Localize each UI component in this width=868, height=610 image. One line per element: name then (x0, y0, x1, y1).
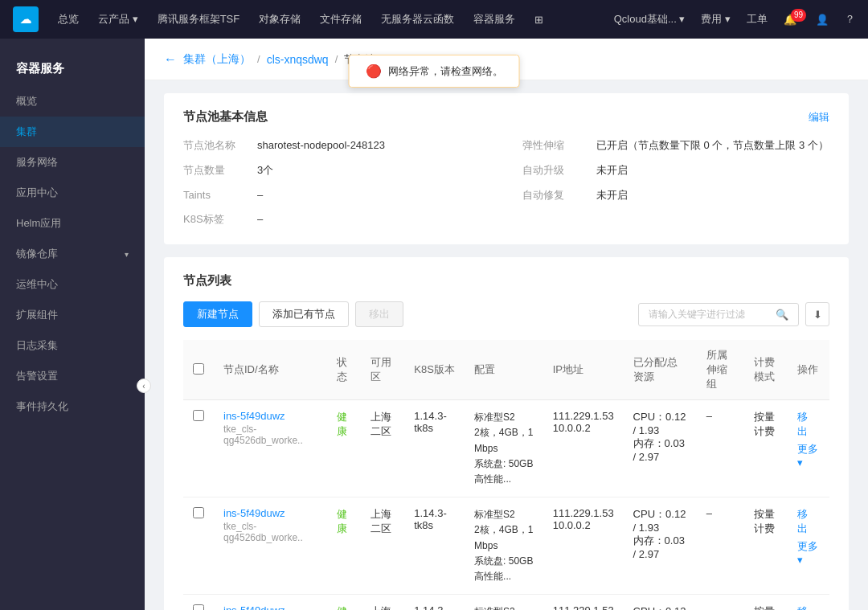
sidebar-item-helm[interactable]: Helm应用 (0, 208, 145, 239)
nav-scf[interactable]: 无服务器云函数 (381, 12, 454, 27)
node-sub-1: tke_cls-qg4526db_worke.. (223, 521, 317, 543)
sidebar-item-extensions[interactable]: 扩展组件 (0, 300, 145, 330)
value-auto-repair: 未开启 (596, 187, 628, 204)
card-header: 节点池基本信息 编辑 (183, 109, 829, 125)
sidebar-item-registry[interactable]: 镜像仓库 ▾ (0, 239, 145, 269)
row-checkbox-1[interactable] (193, 507, 204, 518)
action-remove-0[interactable]: 移出 (797, 410, 813, 439)
nav-overview[interactable]: 总览 (58, 12, 79, 27)
sidebar-item-service-network[interactable]: 服务网络 (0, 147, 145, 178)
row-checkbox-2[interactable] (193, 604, 204, 610)
info-left-col: 节点池名称 sharotest-nodepool-248123 节点数量 3个 … (183, 137, 490, 228)
cell-node-id-1: ins-5f49duwz tke_cls-qg4526db_worke.. (214, 497, 327, 595)
cell-actions-1: 移出 更多 ▾ (788, 497, 829, 595)
sidebar-item-cluster[interactable]: 集群 (0, 117, 145, 147)
col-ip: IP地址 (543, 340, 624, 400)
info-row-taints: Taints – (183, 187, 490, 204)
cell-config-0: 标准型S2 2核，4GB，1 Mbps 系统盘: 50GB 高性能... (465, 400, 543, 497)
search-icon: 🔍 (776, 309, 788, 321)
value-taints: – (257, 187, 263, 204)
node-id-link-2[interactable]: ins-5f49duwz (223, 604, 317, 610)
status-badge-2: 健康 (337, 605, 347, 610)
node-table: 节点ID/名称 状态 可用区 K8S版本 配置 IP地址 已分配/总资源 所属伸… (183, 340, 829, 610)
sidebar-item-app-center[interactable]: 应用中心 (0, 178, 145, 208)
nav-tsf[interactable]: 腾讯服务框架TSF (158, 12, 240, 27)
search-input[interactable]: 请输入关键字进行过滤 🔍 (638, 303, 799, 326)
cell-ip-1: 111.229.1.53 10.0.0.2 (543, 497, 624, 595)
toolbar-right: 请输入关键字进行过滤 🔍 ⬇ (638, 302, 829, 326)
action-more-1[interactable]: 更多 ▾ (797, 539, 820, 566)
user-icon[interactable]: 👤 (816, 14, 829, 26)
table-row: ins-5f49duwz tke_cls-qg4526db_worke.. 健康… (183, 400, 829, 497)
cell-ip-0: 111.229.1.53 10.0.0.2 (543, 400, 624, 497)
sidebar-item-event-persistence[interactable]: 事件持久化 (0, 391, 145, 422)
value-node-count: 3个 (257, 162, 273, 179)
edit-button[interactable]: 编辑 (809, 110, 829, 125)
nav-tke[interactable]: 容器服务 (473, 12, 515, 27)
nodepool-info-title: 节点池基本信息 (183, 109, 268, 125)
row-checkbox-0[interactable] (193, 410, 204, 421)
status-badge-0: 健康 (337, 411, 347, 437)
breadcrumb-cluster[interactable]: 集群（上海） (183, 52, 251, 67)
select-all-checkbox[interactable] (193, 363, 204, 375)
remove-node-button[interactable]: 移出 (355, 301, 403, 327)
table-row: ins-5f49duwz tke_cls-qg4526db_worke.. 健康… (183, 595, 829, 610)
node-id-link-1[interactable]: ins-5f49duwz (223, 507, 317, 519)
info-row-count: 节点数量 3个 (183, 162, 490, 179)
cell-scale-group-2: – (697, 595, 745, 610)
tools-menu[interactable]: 工单 (747, 12, 768, 27)
sidebar-item-log-collection[interactable]: 日志采集 (0, 330, 145, 361)
sidebar-item-alert[interactable]: 告警设置 (0, 361, 145, 391)
label-pool-name: 节点池名称 (183, 137, 248, 154)
nav-cfs[interactable]: 文件存储 (320, 12, 362, 27)
notifications-bell[interactable]: 🔔99 (784, 14, 800, 26)
table-header: 节点ID/名称 状态 可用区 K8S版本 配置 IP地址 已分配/总资源 所属伸… (183, 340, 829, 400)
node-list-title: 节点列表 (183, 273, 829, 289)
breadcrumb-sep1: / (257, 53, 260, 65)
sidebar-collapse-button[interactable]: ‹ (137, 379, 151, 393)
col-id: 节点ID/名称 (214, 340, 327, 400)
action-more-0[interactable]: 更多 ▾ (797, 442, 820, 469)
label-k8s-labels: K8S标签 (183, 211, 248, 228)
sidebar-title: 容器服务 (0, 51, 145, 86)
add-existing-node-button[interactable]: 添加已有节点 (259, 301, 349, 327)
value-auto-upgrade: 未开启 (596, 162, 628, 179)
network-alert: 🔴 网络异常，请检查网络。 (349, 55, 520, 88)
create-node-button[interactable]: 新建节点 (183, 301, 252, 327)
logo-icon: ☁ (13, 6, 39, 32)
nodepool-info-card: 节点池基本信息 编辑 节点池名称 sharotest-nodepool-2481… (164, 93, 849, 244)
sidebar-item-ops[interactable]: 运维中心 (0, 269, 145, 300)
account-selector[interactable]: Qcloud基础... ▾ (614, 12, 686, 27)
fees-menu[interactable]: 费用 ▾ (701, 12, 731, 27)
cell-zone-2: 上海二区 (361, 595, 404, 610)
cell-ip-2: 111.229.1.53 10.0.0.2 (543, 595, 624, 610)
nav-cos[interactable]: 对象存储 (259, 12, 301, 27)
action-remove-1[interactable]: 移出 (797, 507, 813, 536)
cell-billing-0: 按量计费 (744, 400, 788, 497)
help-icon[interactable]: ？ (845, 12, 855, 27)
label-auto-repair: 自动修复 (522, 187, 587, 204)
info-row-auto-repair: 自动修复 未开启 (522, 187, 829, 204)
breadcrumb-cls[interactable]: cls-xnqsdwq (267, 53, 329, 66)
cell-zone-1: 上海二区 (361, 497, 404, 595)
cell-status-1: 健康 (327, 497, 362, 595)
col-zone: 可用区 (361, 340, 404, 400)
nav-more[interactable]: ⊞ (534, 14, 543, 26)
nav-cloud-products[interactable]: 云产品 ▾ (98, 12, 138, 27)
value-elastic-scaling: 已开启（节点数量下限 0 个，节点数量上限 3 个） (596, 137, 829, 154)
col-k8s: K8S版本 (404, 340, 465, 400)
download-button[interactable]: ⬇ (805, 302, 829, 326)
node-list-card: 节点列表 新建节点 添加已有节点 移出 请输入关键字进行过滤 🔍 ⬇ (164, 257, 849, 610)
notification-badge: 99 (791, 9, 806, 22)
action-remove-2[interactable]: 移出 (797, 604, 813, 610)
sidebar-item-overview[interactable]: 概览 (0, 86, 145, 117)
table-row: ins-5f49duwz tke_cls-qg4526db_worke.. 健康… (183, 497, 829, 595)
cell-resources-1: CPU：0.12 / 1.93 内存：0.03 / 2.97 (624, 497, 697, 595)
info-right-col: 弹性伸缩 已开启（节点数量下限 0 个，节点数量上限 3 个） 自动升级 未开启… (522, 137, 829, 228)
cell-k8s-0: 1.14.3-tk8s (404, 400, 465, 497)
cell-resources-2: CPU：0.12 / 1.93 内存：0.03 / 2.97 (624, 595, 697, 610)
col-actions: 操作 (788, 340, 829, 400)
label-taints: Taints (183, 187, 248, 204)
back-button[interactable]: ← (164, 52, 177, 67)
node-id-link-0[interactable]: ins-5f49duwz (223, 410, 317, 422)
